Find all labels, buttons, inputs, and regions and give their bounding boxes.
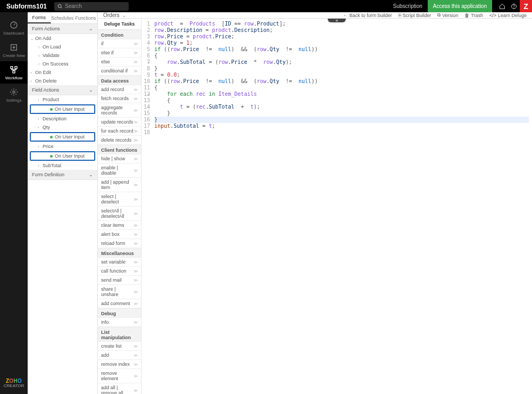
task-label: send mail	[101, 277, 122, 283]
task-item[interactable]: call function≫	[98, 267, 141, 276]
task-item[interactable]: remove index≫	[98, 360, 141, 369]
code-line[interactable]: row.Qty = 1;	[154, 40, 529, 46]
task-item[interactable]: create list≫	[98, 342, 141, 351]
section-field-actions[interactable]: Field Actions⌄	[28, 85, 97, 95]
task-label: if	[101, 41, 104, 46]
task-item[interactable]: share | unshare≫	[98, 285, 141, 299]
task-item[interactable]: clear items≫	[98, 221, 141, 230]
tree-on-add[interactable]: ⌄On Add	[28, 34, 97, 43]
link-label: Back to form builder	[350, 13, 392, 18]
task-item[interactable]: alert box≫	[98, 230, 141, 239]
task-item[interactable]: aggregate records≫	[98, 103, 141, 118]
task-item[interactable]: info≫	[98, 318, 141, 327]
task-item[interactable]: select | deselect≫	[98, 192, 141, 207]
code-line[interactable]: if ((row.Price != null) && (row.Qty != n…	[154, 78, 529, 85]
task-item[interactable]: hide | show≫	[98, 154, 141, 163]
status-dot-icon	[50, 136, 53, 138]
task-item[interactable]: update records≫	[98, 118, 141, 127]
code-line[interactable]: t = 0.0;	[154, 72, 529, 78]
section-form-actions[interactable]: Form Actions⌄	[28, 24, 97, 34]
code-line[interactable]: row.Price = prodct.Price;	[154, 34, 529, 40]
drag-handle-icon[interactable]: ≡	[328, 19, 346, 22]
tab-schedules[interactable]: Schedules	[51, 12, 74, 23]
back-link[interactable]: ←Back to form builder	[343, 13, 392, 18]
chevron-right-icon: ≫	[134, 388, 138, 393]
subscription-link[interactable]: Subscription	[393, 3, 422, 9]
tree-on-edit[interactable]: ›On Edit	[28, 68, 97, 77]
tree-on-user-input-product[interactable]: On User Input	[30, 104, 95, 114]
task-item[interactable]: conditional if≫	[98, 67, 141, 76]
code-line[interactable]: if ((row.Price != null) && (row.Qty != n…	[154, 46, 529, 53]
task-item[interactable]: add comment≫	[98, 299, 141, 308]
chevron-right-icon: ≫	[134, 42, 138, 46]
tab-functions[interactable]: Functions	[74, 12, 97, 23]
tree-validate[interactable]: ○Validate	[28, 51, 97, 60]
task-label: aggregate records	[101, 105, 134, 116]
task-item[interactable]: selectAll | deselectAll≫	[98, 207, 141, 221]
zoho-logo[interactable]: Z	[520, 0, 532, 12]
task-item[interactable]: remove element≫	[98, 369, 141, 383]
tab-forms[interactable]: Forms	[28, 12, 51, 23]
tree-label: On Delete	[35, 78, 57, 84]
task-item[interactable]: send mail≫	[98, 276, 141, 285]
code-line[interactable]: t = (rec.SubTotal + t);	[154, 104, 529, 110]
code-line[interactable]: }	[154, 117, 529, 123]
code-line[interactable]: {	[154, 97, 529, 104]
task-item[interactable]: reload form≫	[98, 239, 141, 248]
chevron-right-icon: ≫	[134, 211, 138, 216]
code-editor[interactable]: ≡ 123456 ▾7891011 ▾1213 ▾1415161718 prod…	[142, 19, 532, 394]
code-line[interactable]: row.Description = prodct.Description;	[154, 27, 529, 34]
tree-price[interactable]: ›Price	[28, 142, 97, 151]
task-item[interactable]: add record≫	[98, 85, 141, 94]
nav-workflow[interactable]: Workflow	[0, 61, 28, 84]
nav-create-new[interactable]: Create New	[0, 39, 28, 61]
tree-product[interactable]: ›Product	[28, 95, 97, 104]
task-item[interactable]: add≫	[98, 351, 141, 360]
code-line[interactable]: for each rec in Item_Details	[154, 91, 529, 97]
code-line[interactable]: }	[154, 110, 529, 117]
code-line[interactable]: }	[154, 65, 529, 72]
code-line[interactable]: input.Subtotal = t;	[154, 123, 529, 129]
version-link[interactable]: ⧉Version	[437, 12, 458, 18]
code-lines[interactable]: prodct = Products [ID == row.Product];ro…	[152, 19, 532, 394]
task-item[interactable]: for each record≫	[98, 127, 141, 136]
tree-subtotal[interactable]: ›SubTotal	[28, 161, 97, 170]
learn-link[interactable]: </>Learn Deluge	[489, 13, 527, 18]
nav-label: Create New	[3, 53, 25, 58]
nav-dashboard[interactable]: Dashboard	[0, 17, 28, 39]
chevron-down-icon[interactable]: ⌄	[122, 12, 126, 18]
script-builder-link[interactable]: ⎘Script Builder	[398, 13, 431, 18]
code-line[interactable]: {	[154, 85, 529, 91]
tree-on-delete[interactable]: ›On Delete	[28, 77, 97, 85]
access-app-button[interactable]: Access this application	[428, 0, 492, 12]
trash-link[interactable]: 🗑Trash	[464, 13, 483, 18]
left-nav: Dashboard Create New Workflow Settings Z…	[0, 12, 28, 394]
task-item[interactable]: else if≫	[98, 48, 141, 58]
code-line[interactable]: row.SubTotal = (row.Price * row.Qty);	[154, 59, 529, 65]
task-item[interactable]: enable | disable≫	[98, 163, 141, 178]
tree-on-load[interactable]: ○On Load	[28, 43, 97, 51]
task-item[interactable]: else≫	[98, 58, 141, 67]
search-input[interactable]: Search	[54, 2, 129, 11]
tree-on-user-input-qty[interactable]: On User Input	[30, 132, 95, 142]
help-icon[interactable]	[508, 0, 520, 12]
task-item[interactable]: add all | remove all≫	[98, 383, 141, 394]
home-icon[interactable]	[496, 0, 508, 12]
task-item[interactable]: if≫	[98, 39, 141, 48]
task-item[interactable]: delete records≫	[98, 136, 141, 145]
chevron-right-icon: ≫	[134, 241, 138, 246]
task-item[interactable]: add | append item≫	[98, 178, 141, 192]
tree-on-success[interactable]: ○On Success	[28, 60, 97, 68]
chevron-right-icon: ≫	[134, 51, 138, 55]
tree-description[interactable]: ›Description	[28, 114, 97, 123]
workflow-panel: Forms Schedules Functions Form Actions⌄ …	[28, 12, 98, 394]
section-form-definition[interactable]: Form Definition⌄	[28, 170, 97, 180]
task-item[interactable]: set variable≫	[98, 258, 141, 267]
code-line[interactable]	[154, 129, 529, 136]
nav-settings[interactable]: Settings	[0, 84, 28, 106]
tree-label: Qty	[43, 125, 50, 130]
task-item[interactable]: fetch records≫	[98, 94, 141, 103]
code-line[interactable]: {	[154, 53, 529, 59]
tree-on-user-input-price[interactable]: On User Input	[30, 151, 95, 161]
tree-qty[interactable]: ›Qty	[28, 123, 97, 132]
